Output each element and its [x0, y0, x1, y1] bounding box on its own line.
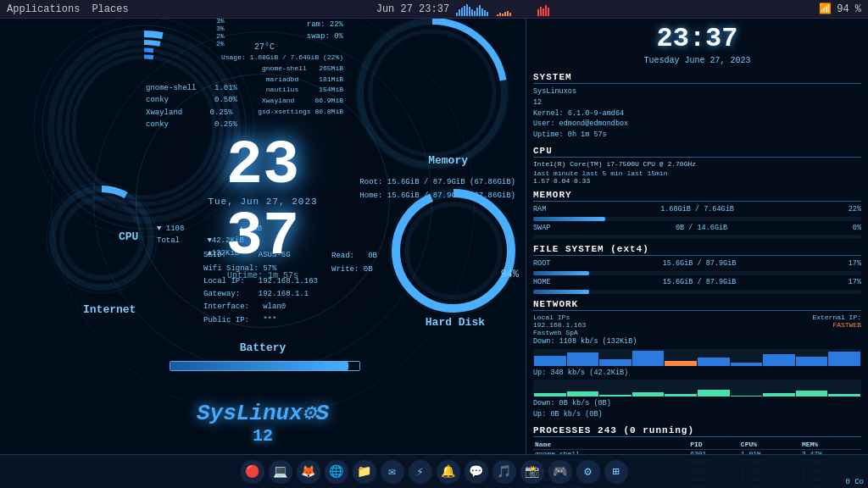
fs-home-label: HOME: [533, 277, 550, 288]
taskbar-icon-9[interactable]: 🎵: [492, 460, 516, 484]
svg-rect-23: [548, 8, 549, 16]
network-up2-label: Up: 0B kb/s (0B): [533, 409, 861, 420]
taskbar: 🔴💻🦊🌐📁✉⚡🔔💬🎵📸🎮⚙⊞: [0, 454, 868, 488]
svg-rect-9: [479, 5, 481, 16]
network-up-bar-lines: [533, 380, 861, 396]
processes-col-mem: MEM%: [800, 440, 861, 450]
svg-rect-19: [537, 9, 539, 16]
clock-hours: 23: [208, 136, 317, 197]
taskbar-icon-4[interactable]: 📁: [353, 460, 376, 484]
logo-area: SysLinux⚙S 12: [197, 399, 329, 446]
cpu-load-label: last minute last 5 min last 15min: [533, 169, 861, 177]
system-section-title: SYSTEM: [533, 72, 861, 84]
system-os: SysLinuxos: [533, 86, 861, 97]
fs-home-fill: [533, 290, 589, 294]
taskbar-icon-5[interactable]: ✉: [381, 460, 404, 484]
memory-swap-val: 0B / 14.6GiB: [676, 223, 727, 234]
uptime-label: Uptime: 1m 57s: [208, 271, 317, 280]
taskbar-icon-12[interactable]: ⚙: [576, 460, 600, 484]
fs-home-row: HOME 15.6GiB / 87.9GiB 17%: [533, 277, 861, 288]
topbar-center: Jun 27 23:37: [376, 3, 571, 16]
processes-col-cpu: CPU%: [739, 440, 800, 450]
network-down2-label: Down: 0B kb/s (0B): [533, 398, 861, 409]
fs-root-val: 15.6GiB / 87.9GiB: [663, 258, 737, 269]
network-local-ip-label: Local IPs: [533, 313, 570, 321]
processes-section-title: PROCESSES 243 (0 running): [533, 425, 861, 437]
taskbar-icon-8[interactable]: 💬: [465, 460, 488, 484]
harddisk-ring: [386, 183, 521, 319]
taskbar-icon-10[interactable]: 📸: [520, 460, 544, 484]
cpu-load-vals: 1.57 0.04 0.33: [533, 177, 861, 185]
memory-info: ram: 22% swap: 0%: [307, 19, 343, 43]
right-clock: 23:37: [533, 23, 861, 54]
memory-usage-detail: Usage: 1.68GiB / 7.64GiB (22%) gnome-she…: [221, 53, 343, 118]
memory-ram-label: RAM: [533, 204, 546, 215]
system-user: User: edmond@edmondbox: [533, 119, 861, 130]
taskbar-icon-7[interactable]: 🔔: [437, 460, 460, 484]
thermal-mini-chart: [537, 3, 571, 16]
fs-root-label: ROOT: [533, 258, 550, 269]
main-area: 3% 3% 2% 2% 27°C CPU gnome-shell 1.01% c…: [0, 19, 868, 488]
taskbar-icon-3[interactable]: 🌐: [325, 460, 348, 484]
clock-minutes: 37: [208, 207, 317, 268]
network-section-title: NETWORK: [533, 299, 861, 311]
harddisk-label: Hard Disk: [426, 316, 485, 329]
svg-point-39: [53, 189, 151, 287]
svg-rect-7: [474, 11, 476, 16]
taskbar-icon-13[interactable]: ⊞: [604, 460, 628, 484]
svg-rect-15: [502, 14, 504, 16]
fs-root-bar: [533, 271, 861, 275]
harddisk-percent: 94%: [500, 269, 519, 280]
topbar-datetime: Jun 27 23:37: [376, 3, 449, 15]
places-menu[interactable]: Places: [92, 3, 128, 15]
fs-root-row: ROOT 15.6GiB / 87.9GiB 17%: [533, 258, 861, 269]
memory-swap-label: SWAP: [533, 223, 550, 234]
taskbar-icon-11[interactable]: 🎮: [548, 460, 572, 484]
cpu-temp: 27°C: [254, 42, 275, 52]
disk-mini-chart: [497, 3, 531, 16]
svg-rect-6: [471, 9, 473, 16]
network-ext-ip-label: External IP:: [812, 313, 861, 321]
memory-swap-pct: 0%: [853, 223, 861, 234]
topbar-right: 📶 94 %: [819, 3, 861, 15]
memory-ram-fill: [533, 217, 605, 221]
harddisk-readwrite: Read: 0B Write: 0B: [331, 250, 377, 276]
taskbar-icon-2[interactable]: 🦊: [297, 460, 320, 484]
left-panel: 3% 3% 2% 2% 27°C CPU gnome-shell 1.01% c…: [0, 0, 526, 454]
memory-swap-row: SWAP 0B / 14.6GiB 0%: [533, 223, 861, 234]
system-kernel-num-val: 12: [533, 97, 542, 108]
memory-section-title: MEMORY: [533, 190, 861, 202]
fs-home-bar: [533, 290, 861, 294]
svg-rect-20: [540, 7, 542, 16]
apps-menu[interactable]: Applications: [7, 3, 80, 15]
battery-topbar: 94 %: [837, 3, 861, 15]
wifi-icon: 📶: [819, 3, 832, 15]
topbar: Applications Places Jun 27 23:37: [0, 0, 868, 19]
taskbar-icon-1[interactable]: 💻: [269, 460, 292, 484]
battery-bar-fill: [170, 362, 348, 370]
internet-ring: [42, 179, 161, 297]
taskbar-icon-6[interactable]: ⚡: [409, 460, 432, 484]
topbar-left: Applications Places: [7, 3, 129, 15]
svg-rect-16: [504, 12, 506, 16]
svg-point-37: [370, 31, 494, 155]
memory-ram-row: RAM 1.68GiB / 7.64GiB 22%: [533, 204, 861, 215]
svg-rect-3: [464, 6, 465, 16]
svg-rect-10: [481, 8, 483, 16]
svg-rect-5: [469, 7, 470, 16]
cpu-mini-chart: [456, 3, 490, 16]
network-down-bar: [533, 349, 861, 366]
network-isp: Fastweb SpA: [533, 329, 861, 336]
taskbar-icon-0[interactable]: 🔴: [241, 460, 264, 484]
svg-rect-21: [542, 8, 544, 16]
svg-rect-11: [484, 10, 486, 16]
svg-rect-0: [456, 13, 458, 16]
svg-point-41: [62, 198, 142, 278]
svg-rect-14: [499, 13, 501, 16]
svg-rect-12: [487, 12, 488, 16]
logo-sub: 12: [197, 426, 329, 446]
fs-root-fill: [533, 271, 589, 275]
memory-ram-val: 1.68GiB / 7.64GiB: [660, 204, 734, 215]
internet-label: Internet: [83, 303, 136, 316]
network-up-bar: [533, 380, 861, 396]
